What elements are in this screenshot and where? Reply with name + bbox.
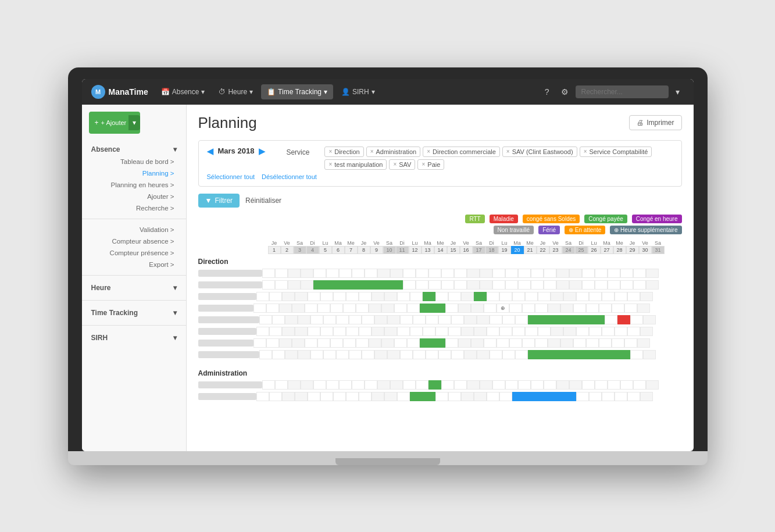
gantt-cell-r4-d25	[560, 304, 573, 313]
gantt-cell-r3-d10	[372, 292, 384, 301]
gantt-cell-r6-d12	[397, 327, 410, 336]
gantt-cells-6	[256, 327, 653, 336]
sidebar-recherche[interactable]: Recherche >	[82, 202, 186, 214]
gantt-cell-r8-d22	[528, 350, 541, 359]
print-button[interactable]: 🖨 Imprimer	[629, 115, 681, 130]
sidebar-planning-heures[interactable]: Planning en heures >	[82, 179, 186, 191]
gantt-cell-r2-d26	[582, 280, 595, 290]
gantt-cell-r1-d15	[441, 269, 454, 278]
gantt-cell-r8-d16	[451, 350, 464, 359]
navbar: M ManaTime 📅 Absence ▾ ⏱ Heure ▾ 📋 Time …	[82, 79, 694, 105]
gantt-cell-r1-d2	[275, 269, 288, 278]
sidebar-timetracking-section[interactable]: Time Tracking ▾	[82, 305, 186, 320]
gantt-cell-r7-d8	[343, 338, 356, 348]
tag-service-compta[interactable]: × Service Comptabilité	[580, 147, 652, 157]
sidebar-sirh-section[interactable]: SIRH ▾	[82, 330, 186, 345]
reset-link[interactable]: Réinitialiser	[245, 197, 281, 205]
prev-month-arrow[interactable]: ◀	[207, 147, 213, 156]
gantt-row-2	[198, 280, 682, 290]
gantt-cell-r5-d1	[259, 315, 272, 324]
gantt-cell-r2-d22	[525, 392, 538, 401]
sidebar-export[interactable]: Export >	[82, 259, 186, 270]
day-num-27: 27	[601, 246, 613, 254]
tag-x-sav[interactable]: ×	[393, 161, 397, 167]
sirh-chevron-icon: ▾	[372, 88, 375, 96]
gantt-cell-r1-d14	[428, 269, 441, 278]
legend-row-1: RTT Maladie congé sans Soldes Congé payé…	[198, 215, 682, 223]
gantt-cell-r3-d12	[397, 292, 410, 301]
sidebar-tableau-de-bord[interactable]: Tableau de bord >	[82, 156, 186, 167]
tag-x-compta[interactable]: ×	[584, 148, 587, 155]
nav-heure[interactable]: ⏱ Heure ▾	[213, 84, 259, 99]
gantt-cell-r2-d18	[474, 392, 487, 401]
add-chevron-icon[interactable]: ▾	[128, 115, 140, 130]
tag-x-dir-comm[interactable]: ×	[427, 148, 430, 155]
add-button[interactable]: + + Ajouter ▾	[89, 112, 141, 134]
gantt-cell-r1-d7	[339, 269, 352, 278]
tag-administration[interactable]: × Administration	[366, 147, 421, 157]
nav-timetracking[interactable]: 📋 Time Tracking ▾	[261, 84, 333, 99]
tag-x-sav-clint[interactable]: ×	[506, 148, 510, 155]
gantt-cell-r1-d23	[544, 269, 556, 278]
day-num-17: 17	[473, 246, 485, 254]
gantt-cell-r1-d1	[262, 269, 275, 278]
search-dropdown-icon[interactable]: ▾	[671, 85, 684, 99]
day-abbr-11: Di	[396, 240, 409, 246]
gantt-cell-r1-d20	[505, 269, 518, 278]
gantt-cells-4	[253, 304, 650, 313]
global-search-input[interactable]	[576, 85, 669, 98]
day-abbr-27: Ma	[601, 240, 613, 246]
gantt-cell-r6-d3	[282, 327, 295, 336]
gantt-cell-r2-d18	[480, 280, 492, 290]
gantt-row-1	[198, 380, 682, 390]
day-abbr-24: Sa	[562, 240, 575, 246]
gantt-cell-r6-d10	[372, 327, 384, 336]
help-icon[interactable]: ?	[540, 85, 554, 99]
settings-gear-icon[interactable]: ⚙	[556, 85, 573, 99]
tag-sav-clint[interactable]: × SAV (Clint Eastwood)	[502, 147, 577, 157]
gantt-cell-r3-d1	[256, 292, 269, 301]
tag-x-administration[interactable]: ×	[370, 148, 374, 155]
tag-paie[interactable]: × Paie	[417, 159, 444, 170]
tag-test-manip[interactable]: × test manipulation	[324, 159, 387, 170]
gantt-cell-r1-d24	[556, 380, 569, 390]
nav-sirh[interactable]: 👤 SIRH ▾	[335, 84, 381, 99]
gantt-cell-r1-d8	[352, 269, 365, 278]
filter-links: Sélectionner tout Désélectionner tout	[207, 173, 673, 180]
tag-x-direction[interactable]: ×	[328, 148, 332, 155]
day-abbr-22: Je	[537, 240, 549, 246]
sidebar-ajouter[interactable]: Ajouter >	[82, 191, 186, 202]
gantt-cell-r2-d24	[556, 280, 569, 290]
sidebar-compteur-presence[interactable]: Compteur présence >	[82, 247, 186, 259]
sidebar-heure-section[interactable]: Heure ▾	[82, 280, 186, 295]
gantt-cell-r7-d14	[420, 338, 433, 348]
gantt-cell-r8-d5	[310, 350, 323, 359]
tag-x-paie[interactable]: ×	[422, 161, 425, 167]
service-label: Service	[286, 147, 315, 156]
gantt-cell-r5-d25	[566, 315, 579, 324]
deselect-all-link[interactable]: Désélectionner tout	[262, 173, 317, 180]
gantt-cell-r7-d25	[560, 338, 573, 348]
gantt-cell-r7-d11	[381, 338, 394, 348]
tag-direction-commerciale[interactable]: × Direction commerciale	[423, 147, 500, 157]
sidebar-absence-title[interactable]: Absence ▾	[82, 143, 186, 156]
gantt-cell-r2-d25	[563, 392, 576, 401]
gantt-cell-r3-d5	[308, 292, 320, 301]
next-month-arrow[interactable]: ▶	[259, 147, 265, 156]
sidebar-planning[interactable]: Planning >	[82, 167, 186, 179]
tag-direction[interactable]: × Direction	[324, 147, 363, 157]
sidebar-compteur-absence[interactable]: Compteur absence >	[82, 235, 186, 247]
tag-sav[interactable]: × SAV	[389, 159, 415, 170]
nav-absence[interactable]: 📅 Absence ▾	[155, 84, 211, 99]
sidebar-validation[interactable]: Validation >	[82, 224, 186, 235]
day-abbr-16: Ve	[460, 240, 473, 246]
gantt-cell-r1-d12	[403, 269, 416, 278]
filter-button[interactable]: ▼ Filtrer	[198, 194, 240, 208]
gantt-cell-r7-d23	[535, 338, 548, 348]
gantt-cell-r2-d11	[384, 392, 397, 401]
tag-x-test[interactable]: ×	[328, 161, 332, 167]
gantt-cell-r8-d27	[592, 350, 605, 359]
select-all-link[interactable]: Sélectionner tout	[207, 173, 255, 180]
day-num-6: 6	[332, 246, 345, 254]
gantt-cell-r1-d17	[467, 269, 480, 278]
